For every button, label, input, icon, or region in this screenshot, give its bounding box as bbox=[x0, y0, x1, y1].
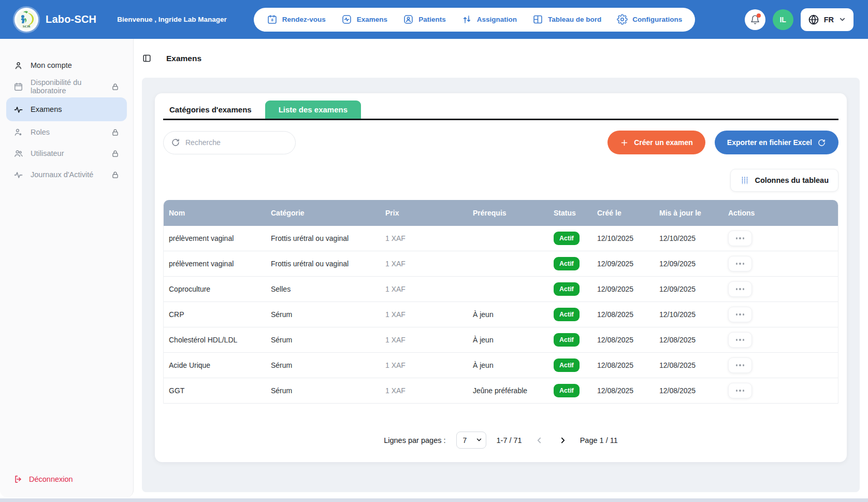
calendar-icon bbox=[13, 82, 23, 92]
logout-icon bbox=[13, 475, 23, 484]
cell-nom: Cholestérol HDL/LDL bbox=[164, 327, 267, 353]
language-selector[interactable]: FR bbox=[801, 8, 853, 31]
sidebar-item-mon-compte[interactable]: Mon compte bbox=[6, 55, 127, 76]
cell-prix: 1 XAF bbox=[381, 327, 469, 353]
cell-categorie: Sérum bbox=[267, 302, 381, 327]
cell-categorie: Sérum bbox=[267, 378, 381, 404]
cell-mis-a-jour-le: 12/08/2025 bbox=[655, 378, 724, 404]
table-row: CRPSérum1 XAFÀ jeunActif12/08/202512/10/… bbox=[164, 302, 838, 327]
content-panel: Catégories d'examens Liste des examens bbox=[142, 78, 860, 492]
nav-item-label: Patients bbox=[418, 16, 446, 23]
page-header: Examens bbox=[134, 39, 868, 78]
sidebar-item-label: Examens bbox=[31, 105, 62, 113]
tab-categories-examens[interactable]: Catégories d'examens bbox=[163, 101, 258, 119]
avatar[interactable]: IL bbox=[773, 9, 793, 30]
table-row: Acide UriqueSérum1 XAFÀ jeunActif12/08/2… bbox=[164, 353, 838, 378]
globe-icon bbox=[808, 14, 819, 25]
cell-mis-a-jour-le: 12/10/2025 bbox=[655, 226, 724, 251]
column-header: Prérequis bbox=[469, 200, 549, 226]
cell-mis-a-jour-le: 12/09/2025 bbox=[655, 251, 724, 277]
tab-liste-des-examens[interactable]: Liste des examens bbox=[265, 101, 361, 119]
cell-prerequis bbox=[469, 251, 549, 277]
cell-cree-le: 12/09/2025 bbox=[593, 277, 655, 302]
chevron-right-icon bbox=[558, 436, 568, 445]
cell-status: Actif bbox=[549, 353, 593, 378]
nav-item-examens[interactable]: Examens bbox=[334, 8, 395, 32]
nav-item-rendez-vous[interactable]: 8Rendez-vous bbox=[259, 8, 334, 32]
nav-item-label: Assignation bbox=[477, 16, 517, 23]
search-input[interactable] bbox=[185, 138, 288, 147]
cell-prerequis: À jeun bbox=[469, 353, 549, 378]
row-actions-button[interactable] bbox=[728, 332, 752, 348]
sidebar-item-label: Roles bbox=[31, 128, 50, 136]
svg-text:8: 8 bbox=[271, 18, 273, 22]
cell-prix: 1 XAF bbox=[381, 226, 469, 251]
cell-status: Actif bbox=[549, 251, 593, 277]
row-actions-button[interactable] bbox=[728, 281, 752, 297]
prev-page-button[interactable] bbox=[532, 434, 546, 447]
cell-actions bbox=[724, 353, 838, 378]
logout-label: Déconnexion bbox=[29, 475, 73, 483]
users-icon bbox=[13, 149, 23, 159]
top-nav: 8Rendez-vousExamensPatientsAssignationTa… bbox=[254, 8, 695, 32]
cell-categorie: Sérum bbox=[267, 327, 381, 353]
cell-cree-le: 12/08/2025 bbox=[593, 378, 655, 404]
user-icon bbox=[13, 61, 23, 70]
cell-categorie: Selles bbox=[267, 277, 381, 302]
notifications-button[interactable] bbox=[745, 9, 765, 30]
welcome-text: Bienvenue , Ingride Lab Manager bbox=[117, 16, 227, 23]
nav-item-tableau-de-bord[interactable]: Tableau de bord bbox=[525, 8, 609, 32]
status-badge: Actif bbox=[554, 232, 580, 245]
sidebar-item-journaux-d-activit-[interactable]: Journaux d'Activité bbox=[6, 164, 127, 185]
top-bar: SCH Labo-SCH Bienvenue , Ingride Lab Man… bbox=[0, 0, 868, 39]
rows-per-page-select[interactable]: 7 bbox=[456, 432, 486, 449]
lock-icon bbox=[111, 170, 120, 179]
row-actions-button[interactable] bbox=[728, 357, 752, 373]
lock-icon bbox=[111, 128, 120, 137]
nav-item-label: Examens bbox=[357, 16, 387, 23]
panel-icon bbox=[142, 53, 152, 63]
sidebar-item-label: Utilisateur bbox=[31, 149, 64, 157]
row-actions-button[interactable] bbox=[728, 383, 752, 398]
cell-prix: 1 XAF bbox=[381, 251, 469, 277]
cell-mis-a-jour-le: 12/08/2025 bbox=[655, 353, 724, 378]
row-actions-button[interactable] bbox=[728, 307, 752, 322]
cell-prerequis bbox=[469, 226, 549, 251]
export-excel-button[interactable]: Exporter en fichier Excel bbox=[715, 131, 838, 154]
sidebar-item-disponibilit-du-laboratoire[interactable]: Disponibilité du laboratoire bbox=[6, 76, 127, 97]
logout-button[interactable]: Déconnexion bbox=[13, 475, 133, 484]
cell-nom: CRP bbox=[164, 302, 267, 327]
cell-nom: Coproculture bbox=[164, 277, 267, 302]
nav-item-patients[interactable]: Patients bbox=[395, 8, 454, 32]
lock-icon bbox=[111, 82, 120, 91]
sidebar-item-examens[interactable]: Examens bbox=[6, 97, 127, 121]
sidebar-item-utilisateur[interactable]: Utilisateur bbox=[6, 143, 127, 164]
nav-item-assignation[interactable]: Assignation bbox=[454, 8, 525, 32]
status-badge: Actif bbox=[554, 384, 580, 397]
pagination: Lignes par pages : 7 1-7 / 71 Page bbox=[163, 432, 838, 449]
cell-status: Actif bbox=[549, 378, 593, 404]
row-actions-button[interactable] bbox=[728, 231, 752, 246]
nav-item-configurations[interactable]: Configurations bbox=[609, 8, 690, 32]
cell-mis-a-jour-le: 12/08/2025 bbox=[655, 327, 724, 353]
svg-text:SCH: SCH bbox=[23, 24, 31, 28]
rows-per-page-label: Lignes par pages : bbox=[384, 436, 445, 444]
brand-title: Labo-SCH bbox=[46, 13, 96, 25]
app-shell: Mon compteDisponibilité du laboratoireEx… bbox=[0, 39, 868, 502]
status-badge: Actif bbox=[554, 257, 580, 270]
sidebar-toggle-button[interactable] bbox=[142, 53, 152, 63]
activity-icon bbox=[13, 105, 23, 114]
plus-icon bbox=[620, 138, 629, 147]
create-exam-button[interactable]: Créer un examen bbox=[607, 131, 705, 154]
cell-actions bbox=[724, 302, 838, 327]
next-page-button[interactable] bbox=[556, 434, 570, 447]
table-columns-button[interactable]: Colonnes du tableau bbox=[730, 169, 838, 192]
sidebar-item-roles[interactable]: Roles bbox=[6, 122, 127, 142]
horizontal-scrollbar[interactable] bbox=[0, 498, 868, 502]
status-badge: Actif bbox=[554, 282, 580, 296]
calendar-8-icon: 8 bbox=[267, 14, 278, 25]
row-actions-button[interactable] bbox=[728, 256, 752, 271]
cell-cree-le: 12/09/2025 bbox=[593, 251, 655, 277]
activity-square-icon bbox=[341, 14, 352, 25]
cell-actions bbox=[724, 251, 838, 277]
